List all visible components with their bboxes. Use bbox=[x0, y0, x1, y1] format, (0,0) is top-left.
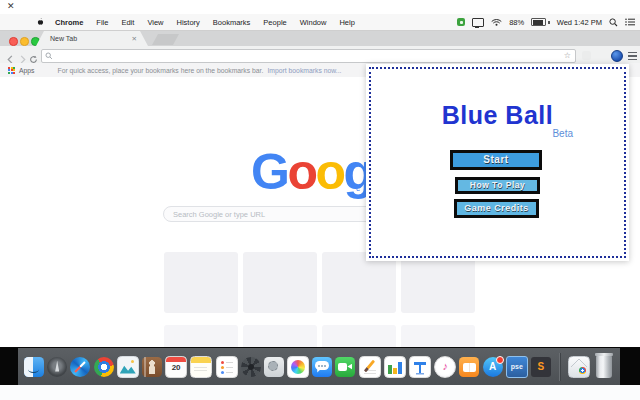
tab-new-tab[interactable]: New Tab ✕ bbox=[36, 31, 148, 46]
pse-label: pse bbox=[507, 363, 527, 370]
messages-icon[interactable] bbox=[312, 357, 332, 377]
finder-icon[interactable] bbox=[24, 357, 44, 377]
menu-bookmarks[interactable]: Bookmarks bbox=[213, 18, 251, 27]
ibooks-icon[interactable] bbox=[459, 357, 479, 377]
screen-share-green-icon[interactable] bbox=[457, 18, 465, 26]
menu-chrome[interactable]: Chrome bbox=[55, 18, 83, 27]
battery-icon[interactable] bbox=[531, 18, 550, 26]
pages-icon[interactable] bbox=[359, 356, 381, 378]
top-site-tile[interactable] bbox=[243, 252, 317, 313]
downloads-stack-icon[interactable] bbox=[568, 356, 590, 378]
launchpad-icon[interactable] bbox=[47, 357, 67, 377]
menu-people[interactable]: People bbox=[263, 18, 286, 27]
reminders-icon[interactable] bbox=[216, 356, 238, 378]
omnibox[interactable]: ☆ bbox=[41, 49, 576, 63]
trash-icon[interactable] bbox=[596, 355, 612, 378]
dock-divider bbox=[559, 353, 560, 381]
game-credits-button[interactable]: Game Credits bbox=[454, 199, 539, 218]
calendar-day: 20 bbox=[166, 364, 186, 372]
traffic-minimize-button[interactable] bbox=[20, 37, 29, 46]
chrome-menu-icon[interactable] bbox=[628, 52, 637, 60]
top-site-tile[interactable] bbox=[322, 252, 396, 313]
sublime-letter: S bbox=[531, 362, 551, 372]
facetime-icon[interactable] bbox=[335, 357, 355, 377]
photoshop-elements-icon[interactable]: pse bbox=[506, 356, 528, 378]
menu-window[interactable]: Window bbox=[300, 18, 327, 27]
popup-title: Blue Ball bbox=[366, 101, 629, 130]
menu-help[interactable]: Help bbox=[339, 18, 354, 27]
blue-ball-popup: Blue Ball Beta Start How To Play Game Cr… bbox=[366, 64, 629, 261]
safari-icon[interactable] bbox=[70, 357, 90, 377]
macos-menubar: Chrome File Edit View History Bookmarks … bbox=[0, 14, 640, 31]
wifi-icon[interactable] bbox=[491, 18, 502, 26]
logo-letter: G bbox=[251, 144, 287, 200]
bottom-strip bbox=[0, 385, 640, 400]
apple-menu-icon[interactable] bbox=[36, 18, 44, 27]
notification-center-icon[interactable] bbox=[625, 18, 635, 26]
search-icon bbox=[45, 52, 53, 60]
recording-close-icon[interactable]: ✕ bbox=[7, 1, 15, 11]
top-strip bbox=[0, 0, 640, 14]
menu-history[interactable]: History bbox=[177, 18, 200, 27]
display-icon[interactable] bbox=[472, 18, 484, 27]
photos-icon[interactable] bbox=[287, 356, 309, 378]
contacts-icon[interactable] bbox=[142, 357, 162, 377]
traffic-close-button[interactable] bbox=[9, 37, 18, 46]
bookmark-star-icon[interactable]: ☆ bbox=[564, 52, 571, 60]
top-site-tile[interactable] bbox=[401, 252, 475, 313]
how-to-play-button[interactable]: How To Play bbox=[455, 177, 540, 194]
tab-title: New Tab bbox=[50, 35, 77, 42]
dock: 20 ♪ A pse S bbox=[18, 348, 620, 385]
app-store-icon[interactable]: A bbox=[483, 357, 503, 377]
start-button[interactable]: Start bbox=[450, 150, 542, 170]
menubar-clock[interactable]: Wed 1:42 PM bbox=[557, 18, 602, 27]
logo-caption-fragment: c bbox=[356, 184, 360, 193]
bookmarks-hint-text: For quick access, place your bookmarks h… bbox=[58, 67, 264, 74]
menu-view[interactable]: View bbox=[147, 18, 163, 27]
preview-icon[interactable] bbox=[117, 356, 139, 378]
menu-items: Chrome File Edit View History Bookmarks … bbox=[55, 18, 355, 27]
menu-edit[interactable]: Edit bbox=[121, 18, 134, 27]
chrome-icon[interactable] bbox=[94, 357, 114, 377]
sublime-text-icon[interactable]: S bbox=[531, 357, 551, 377]
logo-letter: o bbox=[315, 144, 343, 200]
settings-icon[interactable] bbox=[264, 357, 284, 377]
apps-grid-icon[interactable] bbox=[8, 67, 15, 74]
aperture-dial-icon[interactable] bbox=[241, 357, 261, 377]
battery-percent: 88% bbox=[509, 18, 524, 27]
spotlight-search-icon[interactable] bbox=[609, 18, 618, 27]
apps-bookmark-label[interactable]: Apps bbox=[19, 67, 35, 74]
menu-file[interactable]: File bbox=[96, 18, 108, 27]
menubar-status: 88% Wed 1:42 PM bbox=[457, 18, 635, 27]
popup-subtitle: Beta bbox=[552, 128, 573, 139]
keynote-icon[interactable] bbox=[409, 356, 431, 378]
calendar-icon[interactable]: 20 bbox=[165, 356, 187, 378]
hidden-extension-icon[interactable] bbox=[582, 51, 591, 60]
numbers-icon[interactable] bbox=[384, 356, 406, 378]
notes-icon[interactable] bbox=[190, 356, 212, 378]
music-note-glyph: ♪ bbox=[435, 361, 455, 372]
import-bookmarks-link[interactable]: Import bookmarks now... bbox=[267, 67, 341, 74]
tab-close-icon[interactable]: ✕ bbox=[132, 35, 137, 43]
app-store-letter: A bbox=[483, 362, 503, 372]
top-site-tile[interactable] bbox=[164, 252, 238, 313]
blue-ball-extension-icon[interactable] bbox=[611, 50, 623, 62]
omnibox-input[interactable] bbox=[53, 51, 564, 61]
logo-letter: o bbox=[287, 144, 315, 200]
screen: ✕ Chrome File Edit View History Bookmark… bbox=[0, 0, 640, 400]
itunes-icon[interactable]: ♪ bbox=[434, 356, 456, 378]
